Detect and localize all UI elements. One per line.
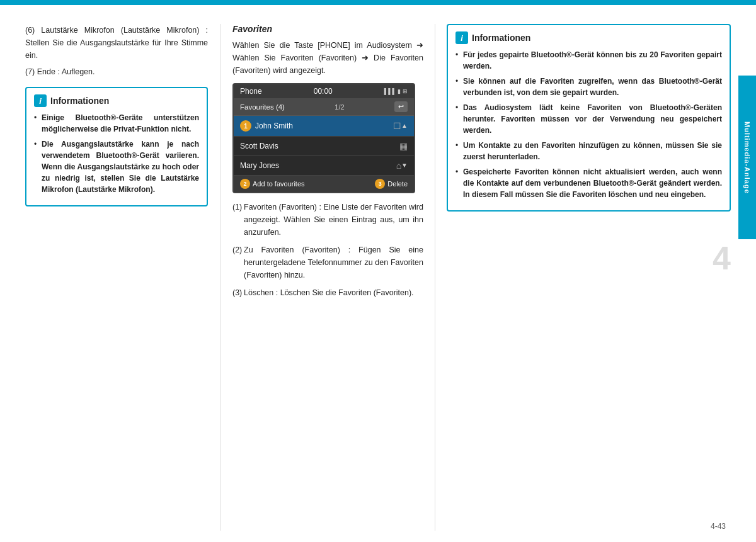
- phone-row-name-scott-davis: Scott Davis: [240, 142, 399, 150]
- page-number: 4-43: [711, 522, 726, 531]
- list-text-1: Favoriten (Favoriten) : Eine Liste der F…: [244, 203, 423, 237]
- delete-btn[interactable]: 3 Delete: [375, 179, 408, 189]
- right-info-item-5: Gespeicherte Favoriten können nicht aktu…: [455, 166, 722, 200]
- left-item-7: (7) Ende : Auflegen.: [25, 65, 208, 78]
- list-text-2: Zu Favoriten (Favoriten) : Fügen Sie ein…: [244, 246, 423, 279]
- scroll-buttons-down: ▼: [401, 162, 408, 169]
- right-info-item-1: Für jedes gepairte Bluetooth®-Gerät könn…: [455, 49, 722, 72]
- scroll-up-icon[interactable]: ▲: [401, 123, 408, 129]
- mid-numbered-list: (1) Favoriten (Favoriten) : Eine Liste d…: [232, 201, 423, 299]
- phone-footer: 2 Add to favourites 3 Delete: [234, 176, 414, 192]
- mid-list-item-3: (3) Löschen : Löschen Sie die Favoriten …: [232, 286, 423, 299]
- scroll-buttons: ▲: [401, 123, 408, 129]
- middle-column: Favoriten Wählen Sie die Taste [PHONE] i…: [220, 24, 435, 531]
- info-icon-right: i: [455, 31, 468, 44]
- phone-row-icon-3: ⌂: [396, 161, 401, 171]
- delete-btn-num: 3: [375, 179, 385, 189]
- right-info-item-3: Das Audiosystem lädt keine Favoriten von…: [455, 102, 722, 136]
- phone-time: 00:00: [314, 87, 333, 96]
- phone-row-name-mary-jones: Mary Jones: [240, 161, 396, 170]
- list-num-3: (3): [232, 286, 242, 299]
- left-item-6: (6) Lautstärke Mikrofon (Lautstärke Mikr…: [25, 24, 208, 62]
- mid-section-title: Favoriten: [232, 24, 423, 34]
- phone-favourites-label: Favourites (4): [240, 103, 285, 111]
- mid-list-item-1: (1) Favoriten (Favoriten) : Eine Liste d…: [232, 201, 423, 239]
- left-info-list: Einige Bluetooth®-Geräte unterstützen mö…: [34, 112, 199, 195]
- phone-subheader: Favourites (4) 1/2 ↩: [234, 98, 414, 116]
- chapter-tab-text: Multimedia-Anlage: [743, 121, 751, 194]
- left-info-box-title: Informationen: [50, 96, 109, 106]
- phone-row-num-1: 1: [240, 120, 251, 132]
- left-column: (6) Lautstärke Mikrofon (Lautstärke Mikr…: [25, 24, 220, 531]
- left-info-item-1-text: Einige Bluetooth®-Geräte unterstützen mö…: [42, 113, 199, 133]
- right-info-item-1-text: Für jedes gepairte Bluetooth®-Gerät könn…: [463, 50, 722, 71]
- list-num-1: (1): [232, 201, 242, 213]
- scroll-down-icon[interactable]: ▼: [401, 162, 408, 169]
- phone-label: Phone: [240, 87, 262, 96]
- phone-header: Phone 00:00 ▌▌▌ ▮ ⊞: [234, 84, 414, 98]
- left-info-box: i Informationen Einige Bluetooth®-Geräte…: [25, 87, 208, 206]
- right-info-item-3-text: Das Audiosystem lädt keine Favoriten von…: [463, 103, 722, 135]
- phone-page-indicator: 1/2: [335, 103, 344, 111]
- add-to-favourites-btn[interactable]: 2 Add to favourites: [240, 179, 305, 189]
- phone-row-icon-1: ☐: [393, 121, 401, 131]
- right-column: i Informationen Für jedes gepairte Bluet…: [435, 24, 731, 531]
- mid-list-item-2: (2) Zu Favoriten (Favoriten) : Fügen Sie…: [232, 244, 423, 281]
- left-info-box-header: i Informationen: [34, 94, 199, 107]
- list-text-3: Löschen : Löschen Sie die Favoriten (Fav…: [244, 288, 414, 297]
- right-info-box: i Informationen Für jedes gepairte Bluet…: [447, 24, 731, 212]
- info-icon-left: i: [34, 94, 47, 107]
- add-btn-num: 2: [240, 179, 250, 189]
- delete-btn-label: Delete: [387, 180, 408, 188]
- phone-ui-mockup: Phone 00:00 ▌▌▌ ▮ ⊞ Favourites (4) 1/2 ↩…: [232, 83, 415, 193]
- add-btn-label: Add to favourites: [253, 180, 305, 188]
- phone-row-scott-davis[interactable]: Scott Davis ▦: [234, 137, 414, 156]
- list-num-2: (2): [232, 244, 242, 256]
- left-info-item-1: Einige Bluetooth®-Geräte unterstützen mö…: [34, 112, 199, 135]
- right-info-item-5-text: Gespeicherte Favoriten können nicht aktu…: [463, 167, 722, 199]
- mid-intro-text: Wählen Sie die Taste [PHONE] im Audiosys…: [232, 39, 423, 77]
- phone-row-john-smith[interactable]: 1 John Smith ☐ ▲: [234, 116, 414, 137]
- right-info-item-4: Um Kontakte zu den Favoriten hinzufügen …: [455, 140, 722, 162]
- right-info-list: Für jedes gepairte Bluetooth®-Gerät könn…: [455, 49, 722, 200]
- phone-row-name-john-smith: John Smith: [255, 121, 393, 130]
- left-info-item-2-text: Die Ausgangslautstärke kann je nach verw…: [42, 140, 199, 194]
- phone-row-icon-2: ▦: [399, 141, 408, 151]
- right-info-box-header: i Informationen: [455, 31, 722, 44]
- right-info-item-2-text: Sie können auf die Favoriten zugreifen, …: [463, 77, 722, 97]
- chapter-tab: Multimedia-Anlage: [738, 76, 756, 239]
- right-info-item-4-text: Um Kontakte zu den Favoriten hinzufügen …: [463, 141, 722, 161]
- right-info-item-2: Sie können auf die Favoriten zugreifen, …: [455, 76, 722, 98]
- phone-status-icons: ▌▌▌ ▮ ⊞: [384, 88, 408, 94]
- left-info-item-2: Die Ausgangslautstärke kann je nach verw…: [34, 138, 199, 195]
- phone-row-mary-jones[interactable]: Mary Jones ⌂ ▼: [234, 156, 414, 176]
- chapter-number-decorative: 4: [713, 239, 731, 277]
- phone-back-button[interactable]: ↩: [394, 101, 408, 112]
- right-info-box-title: Informationen: [472, 33, 530, 43]
